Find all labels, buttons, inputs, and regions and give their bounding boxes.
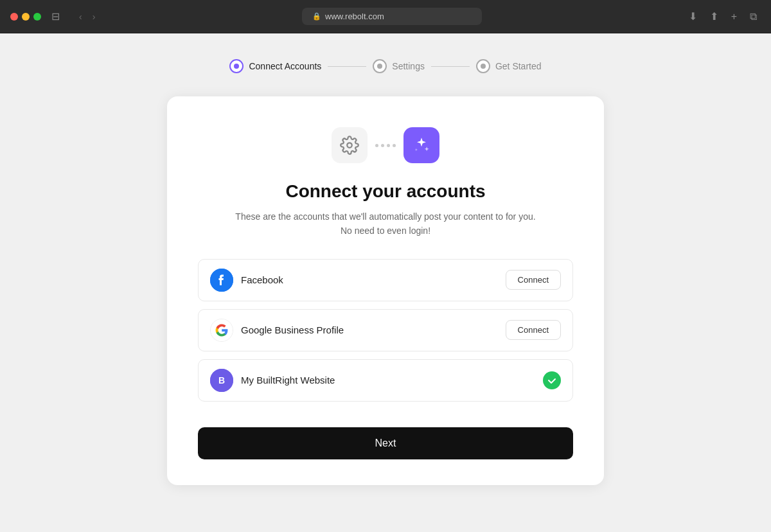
- step-connector-1: [328, 66, 366, 67]
- builtright-name: My BuiltRight Website: [241, 375, 335, 386]
- traffic-lights: [10, 13, 41, 21]
- connected-checkmark: [543, 371, 561, 389]
- address-bar[interactable]: 🔒 www.rebolt.com: [302, 8, 482, 25]
- builtright-logo: B: [210, 369, 233, 392]
- google-logo: [210, 319, 233, 342]
- account-row-facebook: Facebook Connect: [198, 259, 573, 301]
- card-title: Connect your accounts: [285, 181, 485, 202]
- connector-dots: [375, 144, 396, 147]
- account-left-facebook: Facebook: [210, 269, 283, 292]
- forward-button[interactable]: ›: [89, 9, 100, 24]
- maximize-button[interactable]: [33, 13, 41, 21]
- step1-label: Connect Accounts: [249, 61, 321, 71]
- new-tab-icon[interactable]: +: [727, 8, 741, 25]
- close-button[interactable]: [10, 13, 18, 21]
- facebook-logo: [210, 269, 233, 292]
- svg-point-0: [347, 143, 352, 148]
- subtitle-line2: No need to even login!: [341, 226, 430, 236]
- browser-chrome: ⊟ ‹ › 🔒 www.rebolt.com ⬇ ⬆ + ⧉: [0, 0, 771, 33]
- browser-actions: ⬇ ⬆ + ⧉: [685, 8, 761, 25]
- tabs-icon[interactable]: ⧉: [746, 8, 761, 25]
- sparkle-icon: [403, 127, 439, 163]
- subtitle-line1: These are the accounts that we'll automa…: [235, 211, 535, 222]
- sidebar-toggle-icon[interactable]: ⊟: [49, 8, 62, 25]
- accounts-list: Facebook Connect: [198, 259, 573, 402]
- step-connector-2: [431, 66, 470, 67]
- account-row-builtright: B My BuiltRight Website: [198, 359, 573, 402]
- step1-circle: [229, 59, 244, 73]
- gear-icon: [332, 127, 368, 163]
- minimize-button[interactable]: [22, 13, 30, 21]
- main-card: Connect your accounts These are the acco…: [167, 96, 604, 485]
- icon-row: [332, 127, 439, 163]
- google-name: Google Business Profile: [241, 324, 344, 335]
- step2-label: Settings: [392, 61, 425, 71]
- step3-label: Get Started: [495, 61, 542, 71]
- browser-nav: ‹ ›: [75, 9, 99, 24]
- back-button[interactable]: ‹: [75, 9, 86, 24]
- url-text: www.rebolt.com: [325, 12, 384, 21]
- address-bar-container: 🔒 www.rebolt.com: [107, 8, 677, 25]
- account-left-google: Google Business Profile: [210, 319, 344, 342]
- step-connect-accounts: Connect Accounts: [229, 59, 321, 73]
- next-button[interactable]: Next: [198, 427, 573, 459]
- account-left-builtright: B My BuiltRight Website: [210, 369, 335, 392]
- lock-icon: 🔒: [312, 12, 321, 21]
- account-row-google: Google Business Profile Connect: [198, 309, 573, 351]
- card-subtitle: These are the accounts that we'll automa…: [235, 209, 535, 238]
- svg-point-2: [211, 319, 233, 341]
- google-connect-button[interactable]: Connect: [506, 320, 561, 340]
- download-icon[interactable]: ⬇: [685, 8, 701, 25]
- facebook-connect-button[interactable]: Connect: [506, 270, 561, 290]
- progress-stepper: Connect Accounts Settings Get Started: [229, 59, 541, 73]
- step-settings: Settings: [373, 59, 425, 73]
- page-background: Connect Accounts Settings Get Started: [0, 33, 771, 532]
- svg-text:B: B: [218, 375, 225, 386]
- step2-circle: [373, 59, 387, 73]
- facebook-name: Facebook: [241, 274, 283, 285]
- step-get-started: Get Started: [476, 59, 542, 73]
- step3-circle: [476, 59, 490, 73]
- share-icon[interactable]: ⬆: [706, 8, 722, 25]
